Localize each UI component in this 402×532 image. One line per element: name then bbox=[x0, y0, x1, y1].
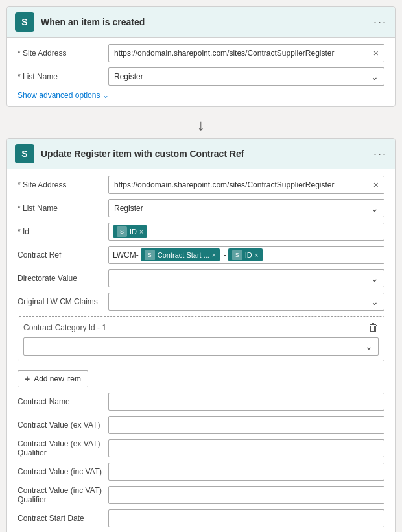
action-contract-value-exvat-qual-input[interactable] bbox=[108, 439, 384, 457]
action-contract-id2-tag-label: ID bbox=[245, 251, 252, 259]
action-contract-value-incvat-label: Contract Value (inc VAT) bbox=[18, 467, 108, 476]
trigger-card-body: * Site Address https://ondomain.sharepoi… bbox=[7, 38, 395, 106]
trigger-card-menu-button[interactable]: ··· bbox=[373, 16, 387, 29]
action-contract-name-row: Contract Name bbox=[18, 393, 384, 411]
action-directorate-row: Directorate Value ⌄ bbox=[18, 269, 384, 287]
show-advanced-label: Show advanced options bbox=[18, 91, 100, 100]
action-contract-start-tag-icon: S bbox=[145, 250, 155, 260]
trigger-card-icon: S bbox=[15, 12, 34, 32]
trigger-list-name-label: * List Name bbox=[18, 72, 108, 81]
action-contract-value-exvat-qual-label: Contract Value (ex VAT) Qualifier bbox=[18, 439, 108, 457]
action-contract-value-incvat-row: Contract Value (inc VAT) bbox=[18, 463, 384, 481]
action-card-title: Update Register item with custom Contrac… bbox=[41, 149, 373, 159]
action-original-lw-label: Original LW CM Claims bbox=[18, 297, 108, 306]
action-id-tag-icon: S bbox=[117, 226, 127, 237]
action-directorate-input[interactable]: ⌄ bbox=[108, 269, 384, 287]
trigger-site-address-value: https://ondomain.sharepoint.com/sites/Co… bbox=[114, 49, 335, 58]
action-card-body: * Site Address https://ondomain.sharepoi… bbox=[7, 169, 395, 532]
action-id-row: * Id S ID × bbox=[18, 223, 384, 241]
show-advanced-button[interactable]: Show advanced options ⌄ bbox=[18, 91, 384, 100]
action-list-name-chevron-icon[interactable]: ⌄ bbox=[371, 203, 379, 213]
action-contract-start-date-row: Contract Start Date bbox=[18, 509, 384, 527]
trigger-list-name-row: * List Name Register ⌄ bbox=[18, 67, 384, 86]
contract-category-delete-icon[interactable]: 🗑 bbox=[368, 322, 379, 333]
trigger-list-name-value: Register bbox=[114, 72, 143, 81]
action-contract-value-exvat-input[interactable] bbox=[108, 416, 384, 434]
action-site-address-label: * Site Address bbox=[18, 180, 108, 189]
action-list-name-row: * List Name Register ⌄ bbox=[18, 199, 384, 217]
action-list-name-label: * List Name bbox=[18, 204, 108, 213]
contract-category-select[interactable]: ⌄ bbox=[23, 337, 379, 356]
contract-category-label: Contract Category Id - 1 bbox=[23, 323, 106, 332]
trigger-site-address-input[interactable]: https://ondomain.sharepoint.com/sites/Co… bbox=[108, 44, 384, 62]
action-contract-value-incvat-input[interactable] bbox=[108, 463, 384, 481]
trigger-card-header: S When an item is created ··· bbox=[7, 7, 395, 38]
show-advanced-chevron-icon: ⌄ bbox=[102, 91, 109, 100]
contract-category-box: Contract Category Id - 1 🗑 ⌄ bbox=[18, 316, 384, 361]
action-contract-value-incvat-qual-row: Contract Value (inc VAT) Qualifier bbox=[18, 486, 384, 504]
action-contract-value-exvat-label: Contract Value (ex VAT) bbox=[18, 420, 108, 429]
add-new-item-plus-icon: + bbox=[25, 374, 30, 384]
action-site-address-input[interactable]: https://ondomain.sharepoint.com/sites/Co… bbox=[108, 176, 384, 194]
action-contract-id2-tag: S ID × bbox=[228, 248, 263, 261]
action-original-lw-input[interactable]: ⌄ bbox=[108, 293, 384, 311]
action-contract-start-tag-label: Contract Start ... bbox=[158, 251, 209, 259]
action-contract-id2-close-icon[interactable]: × bbox=[255, 252, 259, 259]
add-new-item-label: Add new item bbox=[34, 374, 81, 383]
action-list-name-value: Register bbox=[114, 204, 143, 213]
action-card-header: S Update Register item with custom Contr… bbox=[7, 139, 395, 169]
trigger-card-title: When an item is created bbox=[41, 17, 373, 27]
action-directorate-label: Directorate Value bbox=[18, 274, 108, 283]
action-id-tag-close-icon[interactable]: × bbox=[139, 228, 143, 236]
action-id-tag-label: ID bbox=[130, 228, 137, 236]
action-contract-start-date-input[interactable] bbox=[108, 509, 384, 527]
action-contract-id2-tag-icon: S bbox=[232, 250, 242, 260]
action-contract-value-incvat-qual-label: Contract Value (inc VAT) Qualifier bbox=[18, 486, 108, 504]
action-contract-ref-prefix: LWCM- bbox=[113, 250, 139, 260]
action-contract-value-exvat-row: Contract Value (ex VAT) bbox=[18, 416, 384, 434]
action-contract-value-incvat-qual-input[interactable] bbox=[108, 486, 384, 504]
contract-category-header: Contract Category Id - 1 🗑 bbox=[23, 322, 379, 333]
action-id-tag: S ID × bbox=[113, 225, 147, 238]
action-contract-ref-row: Contract Ref LWCM- S Contract Start ... … bbox=[18, 246, 384, 264]
trigger-list-name-input[interactable]: Register ⌄ bbox=[108, 67, 384, 86]
down-arrow-icon: ↓ bbox=[197, 116, 205, 134]
action-contract-ref-separator: - bbox=[224, 250, 226, 260]
action-directorate-chevron-icon[interactable]: ⌄ bbox=[371, 273, 379, 284]
trigger-site-address-label: * Site Address bbox=[18, 49, 108, 58]
action-original-lw-chevron-icon[interactable]: ⌄ bbox=[371, 296, 379, 307]
trigger-list-name-chevron-icon[interactable]: ⌄ bbox=[371, 71, 379, 82]
contract-category-chevron-icon: ⌄ bbox=[365, 341, 373, 352]
action-contract-name-input[interactable] bbox=[108, 393, 384, 411]
action-id-input[interactable]: S ID × bbox=[108, 223, 384, 241]
action-contract-value-exvat-qual-row: Contract Value (ex VAT) Qualifier bbox=[18, 439, 384, 457]
action-site-address-value: https://ondomain.sharepoint.com/sites/Co… bbox=[114, 180, 335, 189]
action-site-address-row: * Site Address https://ondomain.sharepoi… bbox=[18, 176, 384, 194]
action-contract-ref-label: Contract Ref bbox=[18, 250, 108, 260]
trigger-site-address-clear-icon[interactable]: × bbox=[373, 48, 379, 58]
action-contract-start-close-icon[interactable]: × bbox=[212, 252, 216, 259]
trigger-site-address-row: * Site Address https://ondomain.sharepoi… bbox=[18, 44, 384, 62]
action-contract-start-tag: S Contract Start ... × bbox=[141, 248, 220, 261]
action-site-address-clear-icon[interactable]: × bbox=[373, 180, 379, 190]
action-list-name-input[interactable]: Register ⌄ bbox=[108, 199, 384, 217]
action-card-icon: S bbox=[15, 144, 34, 163]
action-card: S Update Register item with custom Contr… bbox=[6, 138, 396, 532]
action-contract-name-label: Contract Name bbox=[18, 397, 108, 406]
connector-arrow: ↓ bbox=[6, 112, 396, 138]
action-contract-start-date-label: Contract Start Date bbox=[18, 514, 108, 523]
action-contract-ref-input[interactable]: LWCM- S Contract Start ... × - S ID × bbox=[108, 246, 384, 264]
add-new-item-button[interactable]: + Add new item bbox=[18, 370, 88, 387]
trigger-card: S When an item is created ··· * Site Add… bbox=[6, 6, 396, 107]
action-original-lw-row: Original LW CM Claims ⌄ bbox=[18, 293, 384, 311]
action-card-menu-button[interactable]: ··· bbox=[373, 147, 387, 161]
action-id-label: * Id bbox=[18, 227, 108, 236]
